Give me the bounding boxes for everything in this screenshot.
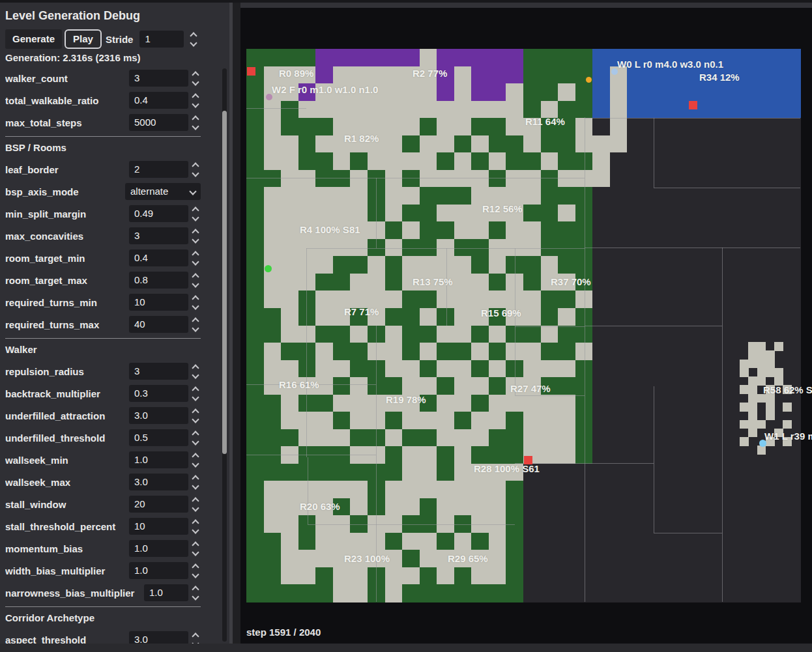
room_target_max-input[interactable]: 0.8 xyxy=(129,272,188,289)
stepper-down-icon[interactable] xyxy=(192,324,199,332)
walker_count-input[interactable]: 3 xyxy=(129,70,188,87)
stepper-up-icon[interactable] xyxy=(192,541,199,548)
stepper-up-icon[interactable] xyxy=(192,364,199,371)
wallseek_min-stepper[interactable] xyxy=(188,454,201,466)
stepper-down-icon[interactable] xyxy=(192,236,199,243)
max_concavities-input[interactable]: 3 xyxy=(129,227,188,244)
min_split_margin-input[interactable]: 0.49 xyxy=(129,205,188,222)
required_turns_min-stepper[interactable] xyxy=(188,296,201,309)
narrowness_bias_multiplier-stepper[interactable] xyxy=(188,587,201,599)
stepper-down-icon[interactable] xyxy=(192,169,199,177)
bsp_axis_mode-label: bsp_axis_mode xyxy=(5,186,125,197)
stepper-down-icon[interactable] xyxy=(192,482,199,489)
stepper-up-icon[interactable] xyxy=(192,431,199,438)
stepper-up-icon[interactable] xyxy=(192,408,199,416)
stepper-down-icon[interactable] xyxy=(192,280,199,287)
stepper-up-icon[interactable] xyxy=(192,206,199,214)
underfilled_attraction-input[interactable]: 3.0 xyxy=(129,407,188,424)
total_walkable_ratio-input[interactable]: 0.4 xyxy=(129,92,188,109)
stepper-down-icon[interactable] xyxy=(192,393,199,401)
stride-input[interactable]: 1 xyxy=(139,31,184,48)
stall_threshold_percent-input[interactable]: 10 xyxy=(129,518,188,535)
wallseek_max-stepper[interactable] xyxy=(188,476,201,489)
required_turns_max-stepper[interactable] xyxy=(188,319,201,331)
generate-button[interactable]: Generate xyxy=(5,29,62,49)
stepper-down-icon[interactable] xyxy=(192,371,199,378)
stall_window-input[interactable]: 20 xyxy=(129,496,188,513)
required_turns_max-input[interactable]: 40 xyxy=(129,316,188,333)
stepper-down-icon[interactable] xyxy=(192,214,199,221)
stepper-up-icon[interactable] xyxy=(192,229,199,236)
sidebar-scrollbar-thumb[interactable] xyxy=(222,111,227,454)
stepper-down-icon[interactable] xyxy=(192,504,199,511)
stepper-up-icon[interactable] xyxy=(192,273,199,280)
room_target_min-stepper[interactable] xyxy=(188,252,201,264)
wallseek_min-input[interactable]: 1.0 xyxy=(129,451,188,468)
stepper-down-icon[interactable] xyxy=(192,122,199,130)
leaf_border-input[interactable]: 2 xyxy=(129,161,188,178)
walker_count-stepper[interactable] xyxy=(188,72,201,85)
aspect_threshold-input[interactable]: 3.0 xyxy=(129,631,188,644)
stepper-down-icon[interactable] xyxy=(192,571,199,578)
leaf_border-stepper[interactable] xyxy=(188,163,201,176)
stepper-down-icon[interactable] xyxy=(192,526,199,533)
stepper-down-icon[interactable] xyxy=(192,438,199,445)
narrowness_bias_multiplier-input[interactable]: 1.0 xyxy=(144,584,188,601)
momentum_bias-input[interactable]: 1.0 xyxy=(129,540,188,557)
stepper-up-icon[interactable] xyxy=(192,475,199,482)
stepper-down-icon[interactable] xyxy=(192,460,199,467)
wallseek_max-input[interactable]: 3.0 xyxy=(129,474,188,490)
stepper-up-icon[interactable] xyxy=(192,115,199,122)
max_concavities-stepper[interactable] xyxy=(188,230,201,242)
underfilled_threshold-stepper[interactable] xyxy=(188,432,201,444)
stepper-down-icon[interactable] xyxy=(192,258,199,265)
underfilled_attraction-stepper[interactable] xyxy=(188,410,201,422)
stepper-down-icon[interactable] xyxy=(192,78,199,85)
bsp_axis_mode-select[interactable]: alternate xyxy=(125,183,201,200)
backtrack_multiplier-input[interactable]: 0.3 xyxy=(129,385,188,402)
room_target_max-stepper[interactable] xyxy=(188,274,201,287)
stepper-up-icon[interactable] xyxy=(192,162,199,169)
repulsion_radius-input[interactable]: 3 xyxy=(129,363,188,380)
underfilled_threshold-input[interactable]: 0.5 xyxy=(129,429,188,446)
total_walkable_ratio-stepper[interactable] xyxy=(188,94,201,107)
max_total_steps-input[interactable]: 5000 xyxy=(129,114,188,131)
stepper-up-icon[interactable] xyxy=(192,386,199,393)
room_target_min-input[interactable]: 0.4 xyxy=(129,249,188,266)
stepper-up-icon[interactable] xyxy=(192,586,199,593)
stepper-up-icon[interactable] xyxy=(192,563,199,571)
width_bias_multiplier-stepper[interactable] xyxy=(188,565,201,577)
stepper-up-icon[interactable] xyxy=(192,453,199,460)
level-preview-canvas[interactable]: R0 89%W2 F r0 m1.0 w1.0 n1.0R2 77%W0 L r… xyxy=(240,8,812,644)
stepper-up-icon[interactable] xyxy=(192,93,199,100)
stall_threshold_percent-stepper[interactable] xyxy=(188,520,201,533)
aspect_threshold-stepper[interactable] xyxy=(188,634,201,644)
stepper-up-icon[interactable] xyxy=(192,71,199,78)
stepper-up-icon[interactable] xyxy=(192,497,199,504)
stepper-up-icon[interactable] xyxy=(192,519,199,526)
stepper-up-icon[interactable] xyxy=(192,295,199,302)
momentum_bias-stepper[interactable] xyxy=(188,543,201,555)
stepper-down-icon[interactable] xyxy=(192,548,199,556)
width_bias_multiplier-input[interactable]: 1.0 xyxy=(129,562,188,579)
backtrack_multiplier-stepper[interactable] xyxy=(188,388,201,400)
stepper-up-icon[interactable] xyxy=(190,32,197,39)
stepper-down-icon[interactable] xyxy=(192,416,199,423)
stall_window-stepper[interactable] xyxy=(188,498,201,511)
stepper-down-icon[interactable] xyxy=(192,593,199,600)
required_turns_min-input[interactable]: 10 xyxy=(129,294,188,311)
map-tile-run xyxy=(246,412,282,429)
max_total_steps-stepper[interactable] xyxy=(188,117,201,129)
stepper-down-icon[interactable] xyxy=(192,302,199,309)
stepper-up-icon[interactable] xyxy=(192,317,199,324)
stepper-up-icon[interactable] xyxy=(192,251,199,258)
stepper-down-icon[interactable] xyxy=(192,100,199,107)
min_split_margin-stepper[interactable] xyxy=(188,208,201,220)
repulsion_radius-stepper[interactable] xyxy=(188,365,201,378)
map-tile-run xyxy=(333,152,351,170)
stride-stepper[interactable] xyxy=(186,33,199,46)
stepper-down-icon[interactable] xyxy=(190,39,197,46)
stepper-up-icon[interactable] xyxy=(192,632,199,640)
play-button[interactable]: Play xyxy=(65,29,102,49)
generated-level-map: R0 89%W2 F r0 m1.0 w1.0 n1.0R2 77%W0 L r… xyxy=(246,49,800,602)
